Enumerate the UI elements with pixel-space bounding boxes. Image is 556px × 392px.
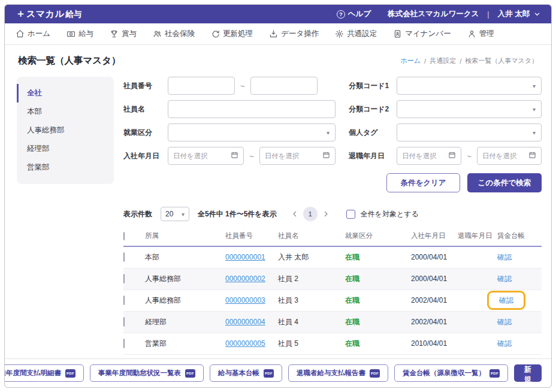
pagination: 1 (291, 207, 330, 221)
next-page-icon[interactable] (322, 210, 330, 218)
pdf-payment-detail-button[interactable]: 事業年度間支払明細書 PDF (4, 364, 84, 382)
row-checkbox[interactable] (123, 295, 125, 305)
date-placeholder: 日付を選択 (173, 152, 231, 161)
employee-number-from-input[interactable] (168, 77, 235, 95)
sidebar-item-all[interactable]: 全社 (17, 84, 114, 102)
mynumber-icon (393, 29, 402, 38)
pdf-retiree-report-button[interactable]: 退職者給与支払報告書 PDF (288, 364, 388, 382)
employee-number-to-input[interactable] (250, 77, 318, 95)
hire-date-label: 入社年月日 (123, 151, 168, 161)
app-logo[interactable]: ＋ スマカル 給与 (16, 8, 81, 20)
button-label: 退職者給与支払報告書 (297, 369, 365, 378)
pdf-salary-ledger-button[interactable]: 給与基本台帳 PDF (210, 364, 282, 382)
employee-number-link[interactable]: 0000000001 (225, 253, 265, 261)
list-controls: 表示件数 20 ▾ 全5件中 1件〜5件を表示 1 全件を対象とする (123, 207, 542, 221)
wage-ledger-link[interactable]: 確認 (497, 275, 512, 283)
pdf-icon: PDF (489, 369, 500, 378)
nav-label: 給与 (78, 29, 93, 39)
nav-item-data-operation[interactable]: データ操作 (269, 29, 319, 39)
nav-label: ホーム (28, 29, 50, 39)
prev-page-icon[interactable] (291, 210, 298, 218)
form-row-2: 社員名 分類コード2 ▾ (123, 100, 542, 118)
logo-name: スマカル (26, 8, 64, 20)
sidebar-item-honbu[interactable]: 本部 (17, 102, 114, 121)
table-row: 人事総務部 0000000003 社員 3 在職 2002/04/01 確認 (123, 290, 542, 311)
nav-item-salary[interactable]: 給与 (67, 29, 93, 39)
cell-department: 人事総務部 (145, 290, 225, 311)
row-checkbox[interactable] (123, 274, 125, 284)
employee-number-link[interactable]: 0000000004 (225, 318, 265, 326)
help-label: ヘルプ (348, 9, 371, 19)
employee-number-link[interactable]: 0000000005 (225, 339, 265, 348)
category1-label: 分類コード1 (349, 81, 397, 91)
user-menu[interactable]: 入井 太郎 (498, 9, 540, 19)
wage-ledger-link[interactable]: 確認 (499, 295, 513, 306)
status-badge: 在職 (345, 275, 359, 283)
app-header: ＋ スマカル 給与 ? ヘルプ 株式会社スマカルワークス | 入井 太郎 (5, 5, 551, 23)
hire-date-from-picker[interactable]: 日付を選択 (168, 147, 244, 165)
social-insurance-icon (153, 29, 162, 38)
refresh-icon (211, 29, 220, 38)
status-badge: 在職 (345, 318, 359, 326)
employee-name-input[interactable] (168, 100, 336, 118)
cell-employee-name: 社員 3 (278, 290, 345, 311)
settings-icon (335, 29, 344, 38)
pdf-attendance-list-button[interactable]: 事業年度間勤怠状況一覧表 PDF (90, 364, 204, 382)
hire-date-to-picker[interactable]: 日付を選択 (259, 147, 336, 165)
button-label: 賃金台帳（源泉徴収一覧） (403, 369, 485, 378)
title-bar: 検索一覧（人事マスタ） ホーム / 共通設定 / 検索一覧（人事マスタ） (5, 45, 551, 73)
table-row: 本部 0000000001 入井 太郎 在職 2000/04/01 確認 (123, 246, 542, 268)
retire-date-to-picker[interactable]: 日付を選択 (477, 147, 542, 165)
nav-item-social-insurance[interactable]: 社会保険 (153, 29, 195, 39)
wage-ledger-link[interactable]: 確認 (497, 318, 512, 326)
nav-item-admin[interactable]: 管理 (467, 29, 494, 39)
retire-date-from-picker[interactable]: 日付を選択 (397, 147, 461, 165)
nav-label: 管理 (479, 29, 494, 39)
header-checkbox[interactable] (123, 232, 125, 240)
nav-item-mynumber[interactable]: マイナンバー (393, 29, 451, 39)
salary-icon (67, 29, 75, 38)
row-checkbox[interactable] (123, 339, 125, 348)
pdf-icon: PDF (370, 369, 380, 378)
clear-conditions-button[interactable]: 条件をクリア (386, 173, 460, 192)
form-actions: 条件をクリア この条件で検索 (123, 173, 542, 192)
date-placeholder: 日付を選択 (402, 152, 448, 161)
date-placeholder: 日付を選択 (482, 152, 528, 161)
col-wage-ledger: 賃金台帳 (497, 226, 542, 246)
wage-ledger-link[interactable]: 確認 (497, 339, 512, 348)
wage-ledger-link[interactable]: 確認 (497, 253, 512, 261)
employee-number-link[interactable]: 0000000002 (225, 275, 265, 283)
page-size-label: 表示件数 (123, 209, 152, 219)
search-button[interactable]: この条件で検索 (467, 173, 542, 192)
nav-item-home[interactable]: ホーム (16, 29, 50, 39)
category1-select[interactable]: ▾ (397, 77, 542, 95)
sidebar-item-jinji[interactable]: 人事総務部 (17, 121, 114, 140)
page-size-value: 20 (165, 210, 173, 218)
personal-tag-select[interactable]: ▾ (397, 123, 542, 141)
button-label: 事業年度間勤怠状況一覧表 (98, 369, 181, 378)
sidebar-item-keiri[interactable]: 経理部 (17, 140, 114, 158)
breadcrumb-home[interactable]: ホーム (401, 56, 421, 65)
sidebar-item-eigyo[interactable]: 営業部 (17, 158, 114, 177)
date-placeholder: 日付を選択 (265, 152, 322, 161)
cell-hire-date: 2002/04/01 (411, 311, 458, 333)
calendar-icon (448, 150, 456, 161)
page-number[interactable]: 1 (303, 207, 318, 221)
logo-product: 給与 (65, 9, 81, 20)
nav-item-bonus[interactable]: 賞与 (110, 29, 137, 39)
employment-type-select[interactable]: ▾ (168, 123, 336, 141)
pdf-wage-ledger-button[interactable]: 賃金台帳（源泉徴収一覧） PDF (394, 364, 508, 382)
select-all-checkbox[interactable] (346, 210, 355, 219)
row-checkbox[interactable] (123, 317, 125, 327)
page-size-select[interactable]: 20 ▾ (161, 207, 189, 221)
nav-item-settings[interactable]: 共通設定 (335, 29, 377, 39)
nav-label: 賞与 (122, 29, 137, 39)
breadcrumb-current: 検索一覧（人事マスタ） (465, 56, 538, 65)
employee-number-link[interactable]: 0000000003 (225, 296, 265, 304)
row-checkbox[interactable] (123, 252, 125, 262)
nav-item-update[interactable]: 更新処理 (211, 29, 253, 39)
col-department: 所属 (145, 226, 225, 246)
new-registration-button[interactable]: 新規登録 (514, 364, 542, 382)
category2-select[interactable]: ▾ (397, 100, 542, 118)
help-link[interactable]: ? ヘルプ (337, 9, 371, 19)
